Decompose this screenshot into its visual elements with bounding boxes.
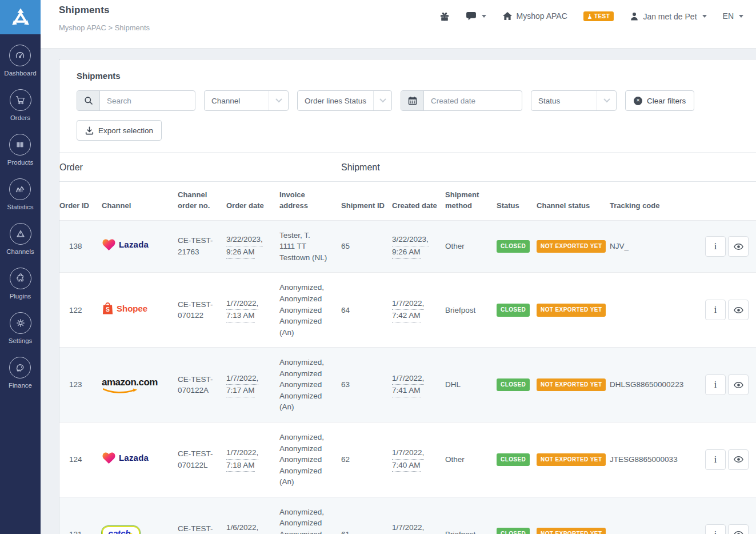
- lazada-heart-icon: [102, 238, 116, 252]
- info-icon: i: [714, 455, 717, 465]
- created-date: 1/7/2022,: [392, 522, 424, 534]
- home-icon: [502, 11, 513, 21]
- table-row: 124 Lazada CE-TEST-070122L 1/7/2022, 7:1…: [59, 423, 756, 497]
- created-date: 1/7/2022,: [392, 298, 424, 310]
- tracking-code-cell: DHLSG88650000223: [610, 348, 705, 423]
- sidebar-item-finance[interactable]: Finance: [9, 357, 32, 389]
- statistics-chart-icon: [9, 178, 31, 200]
- shopee-logo: S Shopee: [102, 302, 147, 315]
- export-selection-button[interactable]: Export selection: [77, 120, 162, 141]
- table-row: 121 catch▸ .com.au CE-TEST-060122c 1/6/2…: [59, 497, 756, 534]
- col-created-date: Created date: [392, 182, 445, 221]
- shipments-card: Shipments Channel: [59, 59, 756, 534]
- chevron-down-icon: [373, 91, 391, 110]
- sidebar-item-statistics[interactable]: Statistics: [7, 178, 33, 210]
- invoice-address-cell: Anonymized,AnonymizedAnonymizedAnonymize…: [279, 497, 341, 534]
- view-button[interactable]: [728, 300, 749, 320]
- export-row: Export selection: [77, 120, 739, 141]
- sidebar-label-settings: Settings: [9, 337, 33, 344]
- info-button[interactable]: i: [705, 374, 726, 395]
- created-time: 7:42 AM: [392, 310, 421, 322]
- order-id-cell: 123: [59, 348, 102, 423]
- shipment-method-cell: Briefpost: [445, 273, 497, 348]
- channel-name: Shopee: [117, 302, 147, 315]
- created-date: 1/7/2022,: [392, 447, 424, 460]
- channel-status-badge: NOT EXPORTED YET: [537, 378, 606, 392]
- eye-icon: [734, 531, 743, 534]
- status-filter[interactable]: Status: [531, 90, 617, 111]
- lazada-logo: Lazada: [102, 452, 149, 465]
- sidebar-item-dashboard[interactable]: Dashboard: [4, 45, 36, 77]
- channel-order-no-cell: CE-TEST-070122: [178, 273, 226, 348]
- sidebar-item-channels[interactable]: Channels: [6, 223, 34, 255]
- info-button[interactable]: i: [705, 524, 726, 534]
- chevron-down-icon: [702, 15, 707, 18]
- view-button[interactable]: [728, 374, 749, 395]
- tracking-code-cell: [610, 497, 705, 534]
- view-button[interactable]: [728, 236, 749, 257]
- shipments-table: Order Shipment Order ID Channel Channel …: [59, 152, 756, 534]
- info-button[interactable]: i: [705, 236, 726, 257]
- content-area: Shipments Channel: [41, 49, 756, 534]
- language-menu[interactable]: EN: [723, 11, 743, 21]
- test-badge: TEST: [583, 11, 614, 21]
- orders-cart-icon: [10, 89, 31, 111]
- page-title: Shipments: [59, 5, 150, 16]
- view-button[interactable]: [728, 524, 749, 534]
- shipment-id-cell: 62: [341, 423, 392, 497]
- order-date-cell: 1/6/2022, 7:15 AM: [226, 497, 279, 534]
- actions-cell: i: [705, 220, 756, 273]
- sidebar-item-products[interactable]: Products: [7, 134, 33, 166]
- shipment-id-cell: 61: [341, 497, 392, 534]
- clear-filters-button[interactable]: ✕ Clear filters: [625, 90, 694, 111]
- settings-gear-icon: [10, 312, 31, 334]
- info-icon: i: [714, 241, 717, 252]
- invoice-address-cell: Anonymized,AnonymizedAnonymizedAnonymize…: [279, 273, 341, 348]
- user-icon: [630, 11, 639, 21]
- channable-logo-icon: [10, 7, 31, 27]
- status-cell: CLOSED: [497, 273, 537, 348]
- shipment-method-cell: Other: [445, 423, 497, 497]
- order-time: 7:18 AM: [226, 460, 255, 472]
- info-button[interactable]: i: [705, 449, 726, 470]
- status-cell: CLOSED: [497, 220, 537, 273]
- language-label: EN: [723, 11, 734, 21]
- sidebar-item-plugins[interactable]: Plugins: [10, 268, 31, 300]
- products-barcode-icon: [9, 134, 31, 156]
- user-menu[interactable]: Jan met de Pet: [630, 11, 706, 21]
- user-name: Jan met de Pet: [643, 12, 697, 21]
- created-date-field: [401, 90, 522, 111]
- view-button[interactable]: [728, 449, 749, 470]
- whats-new-button[interactable]: [439, 11, 450, 22]
- channel-name: Lazada: [119, 452, 149, 464]
- info-icon: i: [714, 380, 717, 390]
- export-selection-label: Export selection: [98, 126, 153, 135]
- sidebar-item-orders[interactable]: Orders: [10, 89, 31, 121]
- search-field: [77, 90, 195, 111]
- order-lines-status-filter[interactable]: Order lines Status: [297, 90, 392, 111]
- sidebar-nav: Dashboard Orders Products Statistics: [0, 34, 41, 401]
- sidebar-item-settings[interactable]: Settings: [9, 312, 33, 344]
- shop-menu[interactable]: Myshop APAC: [502, 11, 567, 21]
- topbar: Shipments Myshop APAC > Shipments: [41, 0, 756, 49]
- sidebar-label-orders: Orders: [10, 114, 30, 121]
- shipment-id-cell: 65: [341, 220, 392, 273]
- messages-menu[interactable]: [466, 11, 486, 21]
- shop-name: Myshop APAC: [517, 11, 567, 21]
- svg-text:S: S: [106, 306, 110, 313]
- lazada-logo: Lazada: [102, 238, 149, 252]
- col-channel: Channel: [102, 182, 178, 221]
- invoice-address-cell: Tester, T.1111 TTTesttown (NL): [279, 220, 341, 273]
- channel-filter[interactable]: Channel: [204, 90, 289, 111]
- channel-status-badge: NOT EXPORTED YET: [537, 453, 606, 467]
- search-input[interactable]: [100, 91, 195, 110]
- invoice-address-cell: Anonymized,AnonymizedAnonymizedAnonymize…: [279, 423, 341, 497]
- chevron-down-icon: [269, 91, 288, 110]
- info-button[interactable]: i: [705, 300, 726, 320]
- created-date-cell: 3/22/2023, 9:26 AM: [392, 220, 445, 273]
- channel-status-badge: NOT EXPORTED YET: [537, 240, 606, 253]
- created-date-input[interactable]: [424, 91, 522, 110]
- channel-order-no-cell: CE-TEST-070122L: [178, 423, 226, 497]
- table-row: 122 S Shopee CE-TEST-070122 1/7/2022, 7:…: [59, 273, 756, 348]
- app-logo[interactable]: [0, 0, 41, 34]
